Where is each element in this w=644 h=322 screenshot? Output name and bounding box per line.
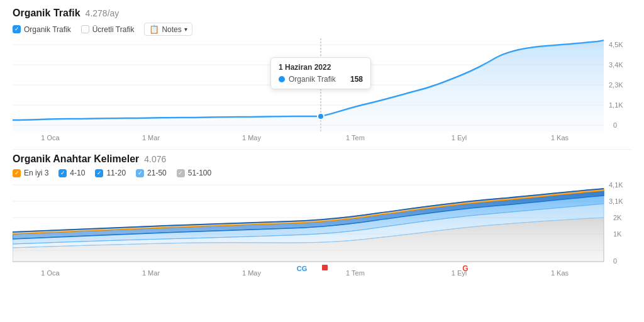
legend-organik-trafik[interactable]: ✓ Organik Trafik (13, 25, 71, 34)
notes-label: Notes (162, 25, 181, 34)
legend-11-20-label: 11-20 (106, 169, 126, 177)
checkbox-21-50[interactable]: ✓ (136, 169, 144, 177)
x2-label-2: 1 Mar (142, 269, 160, 277)
legend-21-50[interactable]: ✓ 21-50 (136, 169, 167, 177)
notes-icon: 📋 (149, 25, 159, 34)
checkbox-4-10[interactable]: ✓ (58, 169, 67, 177)
bottom-chart-title: Organik Anahtar Kelimeler (13, 153, 139, 165)
top-chart-area: 4,5K 3,4K 2,3K 1,1K 0 1 Oca 1 Mar 1 May … (13, 38, 631, 145)
legend-21-50-label: 21-50 (147, 169, 167, 177)
legend-en-iyi-3-label: En iyi 3 (24, 169, 48, 177)
checkbox-ucretli-trafik[interactable] (81, 25, 89, 33)
x-label-1: 1 Oca (41, 134, 60, 142)
y2-label-2: 3,1K (609, 197, 623, 205)
legend-organik-trafik-label: Organik Trafik (24, 25, 71, 34)
chevron-down-icon: ▾ (184, 26, 187, 33)
top-chart-value: 4.278/ay (86, 8, 119, 18)
y-label-3: 2,3K (609, 81, 623, 89)
red-square-icon (322, 265, 328, 270)
x-label-3: 1 May (242, 134, 261, 142)
bottom-chart-area: CG G 4,1K 3,1K 2K 1K 0 1 Oca 1 Mar 1 May… (13, 180, 631, 277)
legend-en-iyi-3[interactable]: ✓ En iyi 3 (13, 169, 48, 177)
top-legend: ✓ Organik Trafik Ücretli Trafik 📋 Notes … (13, 23, 631, 36)
y-label-5: 0 (613, 121, 617, 129)
legend-51-100-label: 51-100 (188, 169, 211, 177)
legend-51-100[interactable]: ✓ 51-100 (177, 169, 211, 177)
checkbox-51-100[interactable]: ✓ (177, 169, 185, 177)
x2-label-4: 1 Tem (346, 269, 365, 277)
y2-label-3: 2K (613, 214, 622, 221)
tooltip-dot (318, 113, 324, 119)
y-label-1: 4,5K (609, 41, 623, 48)
x-label-5: 1 Eyl (452, 134, 467, 142)
y2-label-1: 4,1K (609, 181, 623, 189)
notes-button[interactable]: 📋 Notes ▾ (144, 23, 192, 36)
bottom-chart-svg: CG G 4,1K 3,1K 2K 1K 0 1 Oca 1 Mar 1 May… (13, 180, 632, 277)
checkbox-en-iyi-3[interactable]: ✓ (13, 169, 21, 177)
x-label-4: 1 Tem (346, 134, 365, 142)
x2-label-5: 1 Eyl (452, 269, 467, 277)
x2-label-1: 1 Oca (41, 269, 60, 277)
y-label-2: 3,4K (609, 61, 623, 69)
x2-label-3: 1 May (242, 269, 261, 277)
legend-4-10-label: 4-10 (70, 169, 85, 177)
bottom-legend: ✓ En iyi 3 ✓ 4-10 ✓ 11-20 ✓ 21-50 (13, 169, 631, 177)
legend-ucretli-trafik[interactable]: Ücretli Trafik (81, 25, 135, 34)
x2-label-6: 1 Kas (551, 269, 569, 277)
legend-ucretli-trafik-label: Ücretli Trafik (92, 25, 135, 34)
bottom-chart-value: 4.076 (144, 154, 166, 164)
y-label-4: 1,1K (609, 101, 623, 109)
legend-4-10[interactable]: ✓ 4-10 (58, 169, 85, 177)
checkbox-11-20[interactable]: ✓ (95, 169, 103, 177)
legend-11-20[interactable]: ✓ 11-20 (95, 169, 126, 177)
y2-label-5: 0 (613, 257, 617, 265)
cg-icon: CG (297, 265, 308, 272)
section-divider (13, 149, 631, 150)
x-label-2: 1 Mar (142, 134, 160, 142)
x-label-6: 1 Kas (551, 134, 569, 142)
y2-label-4: 1K (613, 230, 622, 238)
checkbox-organik-trafik[interactable]: ✓ (13, 25, 21, 33)
top-chart-svg: 4,5K 3,4K 2,3K 1,1K 0 1 Oca 1 Mar 1 May … (13, 38, 632, 145)
top-chart-title: Organik Trafik (13, 8, 80, 19)
